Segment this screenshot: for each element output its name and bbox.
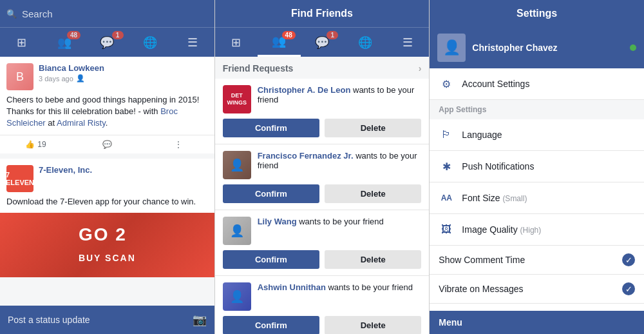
friend-2-name[interactable]: Francisco Fernandez Jr. bbox=[258, 151, 354, 161]
post-1-comment[interactable]: 💬 bbox=[71, 135, 143, 153]
confirm-button-1[interactable]: Confirm bbox=[223, 119, 319, 137]
find-friends-title: Find Friends bbox=[291, 8, 353, 19]
confirm-button-2[interactable]: Confirm bbox=[223, 184, 319, 203]
mid-home-icon: ⊞ bbox=[231, 35, 241, 50]
mid-friends-badge: 48 bbox=[282, 31, 296, 39]
post-1-header: B Bianca Lowkeen 3 days ago 👤 bbox=[0, 57, 214, 94]
show-comment-time-item[interactable]: Show Comment Time ✓ bbox=[430, 246, 644, 275]
mid-globe-icon: 🌐 bbox=[358, 35, 372, 50]
friend-request-2: 👤 Francisco Fernandez Jr. wants to be yo… bbox=[215, 144, 430, 210]
menu-icon: ☰ bbox=[187, 35, 198, 50]
find-friends-header: Find Friends bbox=[215, 0, 430, 27]
friend-request-1: DETWINGS Christopher A. De Leon wants to… bbox=[215, 79, 430, 144]
logout-item[interactable]: ⏻ Log Out bbox=[430, 304, 644, 311]
post-status-label[interactable]: Post a status update bbox=[8, 315, 90, 325]
search-icon: 🔍 bbox=[6, 9, 17, 19]
post-2-header: 7ELEVEN 7-Eleven, Inc. bbox=[0, 159, 214, 196]
post-1-more[interactable]: ⋮ bbox=[143, 135, 214, 153]
language-label: Language bbox=[462, 130, 635, 140]
mid-nav-messages[interactable]: 💬 1 bbox=[301, 28, 344, 57]
post-1-actions: 👍 19 💬 ⋮ bbox=[0, 135, 214, 153]
friend-2-text: Francisco Fernandez Jr. wants to be your… bbox=[258, 151, 422, 170]
menu-bar: Menu bbox=[430, 311, 644, 334]
delete-button-1[interactable]: Delete bbox=[325, 119, 421, 137]
image-quality-value: (High) bbox=[520, 226, 542, 235]
friend-1-name[interactable]: Christopher A. De Leon bbox=[258, 85, 351, 95]
friend-3-suffix: wants to be your friend bbox=[297, 217, 384, 226]
account-settings-item[interactable]: ⚙ Account Settings bbox=[430, 68, 644, 100]
friend-4-text: Ashwin Unnithan wants to be your friend bbox=[258, 282, 413, 292]
language-icon: 🏳 bbox=[439, 127, 454, 142]
nav-friends[interactable]: 👥 48 bbox=[43, 28, 86, 57]
comment-icon: 💬 bbox=[102, 140, 112, 149]
settings-user[interactable]: 👤 Christopher Chavez bbox=[430, 27, 644, 68]
app-settings-section-header: App Settings bbox=[430, 100, 644, 119]
more-icon: ⋮ bbox=[175, 140, 182, 149]
friend-4-suffix: wants to be your friend bbox=[326, 282, 413, 292]
delete-button-3[interactable]: Delete bbox=[325, 250, 421, 269]
mid-nav-menu[interactable]: ☰ bbox=[386, 28, 430, 57]
right-panel: Settings 👤 Christopher Chavez ⚙ Account … bbox=[430, 0, 644, 334]
settings-user-avatar: 👤 bbox=[437, 34, 466, 62]
friend-3-avatar: 👤 bbox=[223, 217, 251, 245]
friend-req-4-top: 👤 Ashwin Unnithan wants to be your frien… bbox=[223, 282, 422, 311]
search-header: 🔍 bbox=[0, 0, 214, 27]
left-panel: 🔍 ⊞ 👥 48 💬 1 🌐 ☰ B Bianca bbox=[0, 0, 215, 334]
feed-post-2: 7ELEVEN 7-Eleven, Inc. Download the 7-El… bbox=[0, 159, 214, 277]
friends-badge: 48 bbox=[67, 31, 80, 39]
mid-nav-friends[interactable]: 👥 48 bbox=[258, 28, 301, 57]
bottom-bar: Post a status update 📷 bbox=[0, 306, 214, 334]
notifications-icon: ✱ bbox=[439, 159, 454, 174]
online-indicator bbox=[630, 44, 636, 51]
post-1-like[interactable]: 👍 19 bbox=[0, 135, 71, 153]
post-2-author[interactable]: 7-Eleven, Inc. bbox=[39, 165, 92, 175]
home-icon: ⊞ bbox=[17, 35, 26, 50]
vibrate-messages-toggle[interactable]: ✓ bbox=[622, 282, 635, 295]
search-input[interactable] bbox=[22, 8, 208, 19]
mid-nav-home[interactable]: ⊞ bbox=[215, 28, 258, 57]
like-icon: 👍 bbox=[25, 140, 35, 149]
friend-1-avatar: DETWINGS bbox=[223, 85, 251, 113]
middle-panel: Find Friends ⊞ 👥 48 💬 1 🌐 ☰ Friend Reque… bbox=[215, 0, 430, 334]
camera-icon[interactable]: 📷 bbox=[193, 313, 207, 327]
show-comment-time-toggle[interactable]: ✓ bbox=[622, 253, 635, 266]
friend-3-name[interactable]: Lily Wang bbox=[258, 217, 297, 226]
settings-title: Settings bbox=[516, 8, 557, 19]
image-quality-label: Image Quality (High) bbox=[462, 224, 635, 235]
post-1-author[interactable]: Bianca Lowkeen bbox=[39, 63, 104, 73]
friend-request-4: 👤 Ashwin Unnithan wants to be your frien… bbox=[215, 276, 430, 334]
push-notifications-item[interactable]: ✱ Push Notifications bbox=[430, 151, 644, 182]
push-notifications-label: Push Notifications bbox=[462, 161, 635, 172]
confirm-button-4[interactable]: Confirm bbox=[223, 316, 319, 334]
confirm-button-3[interactable]: Confirm bbox=[223, 250, 319, 269]
post-1-meta: 3 days ago 👤 bbox=[39, 74, 104, 83]
nav-messages[interactable]: 💬 1 bbox=[86, 28, 129, 57]
post-2-avatar: 7ELEVEN bbox=[6, 165, 33, 192]
post-1-avatar: B bbox=[6, 63, 33, 90]
font-size-value: (Small) bbox=[502, 194, 527, 203]
friend-request-3: 👤 Lily Wang wants to be your friend Conf… bbox=[215, 210, 430, 276]
font-size-icon: AA bbox=[439, 190, 454, 206]
delete-button-4[interactable]: Delete bbox=[325, 316, 421, 334]
post-image-overlay: GO 2BUY SCAN bbox=[79, 224, 136, 266]
show-comment-time-label: Show Comment Time bbox=[439, 255, 614, 265]
font-size-item[interactable]: AA Font Size (Small) bbox=[430, 182, 644, 214]
image-quality-item[interactable]: 🖼 Image Quality (High) bbox=[430, 214, 644, 246]
like-count: 19 bbox=[37, 140, 46, 149]
friend-1-text: Christopher A. De Leon wants to be your … bbox=[258, 85, 422, 104]
friend-4-name[interactable]: Ashwin Unnithan bbox=[258, 282, 326, 292]
menu-label: Menu bbox=[439, 317, 462, 328]
post-1-link-admiral[interactable]: Admiral Risty bbox=[57, 118, 106, 128]
nav-globe[interactable]: 🌐 bbox=[129, 28, 172, 57]
nav-home[interactable]: ⊞ bbox=[0, 28, 43, 57]
nav-menu[interactable]: ☰ bbox=[171, 28, 214, 57]
vibrate-messages-item[interactable]: Vibrate on Messages ✓ bbox=[430, 275, 644, 304]
settings-content: ⚙ Account Settings App Settings 🏳 Langua… bbox=[430, 68, 644, 311]
mid-nav-globe[interactable]: 🌐 bbox=[343, 28, 386, 57]
globe-icon: 🌐 bbox=[143, 35, 157, 50]
friend-req-2-top: 👤 Francisco Fernandez Jr. wants to be yo… bbox=[223, 151, 422, 179]
mid-menu-icon: ☰ bbox=[402, 35, 413, 50]
delete-button-2[interactable]: Delete bbox=[325, 184, 421, 203]
post-2-body: Download the 7-Eleven app for your chanc… bbox=[0, 196, 214, 213]
language-item[interactable]: 🏳 Language bbox=[430, 119, 644, 151]
